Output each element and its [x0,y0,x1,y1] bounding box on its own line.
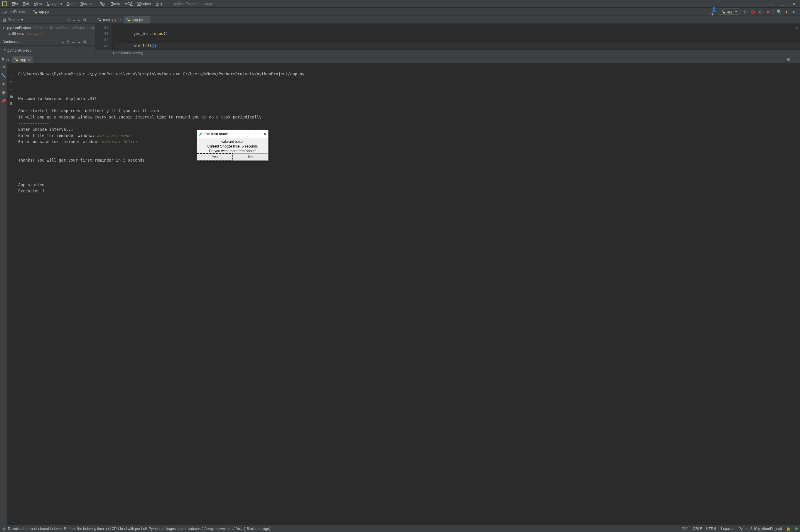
layout-icon[interactable]: ▦ [2,90,5,95]
pin-icon[interactable]: 📌 [1,99,6,103]
status-message[interactable]: Download pre-built shared indexes: Reduc… [8,527,270,531]
maximize-icon[interactable]: ▢ [777,0,788,7]
dialog-body: valorant better Current Snooze time=5 se… [197,138,268,153]
code-with-me-icon[interactable]: ▸ [792,10,797,14]
tree-venv-tag: library root [27,32,43,36]
yes-button[interactable]: Yes [197,153,233,160]
code-content[interactable]: yes_btn.focus() win.lift() win.attribute… [112,24,800,50]
search-icon[interactable]: 🔍 [777,10,781,14]
menu-file[interactable]: File [10,1,20,6]
scroll-end-icon[interactable]: ⤓ [10,87,13,91]
bookmarks-list: ≡ pythonProject [0,46,95,55]
coverage-icon[interactable]: ◐ [758,10,763,14]
chevron-down-icon[interactable]: ▾ [21,18,23,22]
tree-venv[interactable]: venv library root [2,31,95,37]
no-button[interactable]: No [233,153,268,160]
down-arrow-icon[interactable]: ↓ [10,72,12,77]
gutter: 40 41 42 43 [95,24,112,50]
menu-navigate[interactable]: Navigate [44,1,64,6]
code-token: ) [154,44,156,48]
menu-help[interactable]: Help [153,1,166,6]
user-add-icon[interactable]: 👤▾ [711,10,716,14]
up-arrow-icon[interactable]: ↑ [10,65,12,69]
menu-code[interactable]: Code [64,1,78,6]
close-icon[interactable]: × [119,18,122,22]
status-caret-pos[interactable]: 22:1 [682,527,689,531]
status-interpreter[interactable]: Python 3.10 (pythonProject) [738,527,782,531]
rerun-icon[interactable]: ↻ [2,65,5,69]
hide-icon[interactable]: — [89,40,93,44]
menu-run[interactable]: Run [97,1,109,6]
menu-edit[interactable]: Edit [20,1,32,6]
gear-icon[interactable]: ⚙ [83,40,87,44]
run-config-selector[interactable]: app ▾ [719,8,740,15]
console-line: C:\Users\NNews\PycharmProjects\pythonPro… [18,72,304,76]
soft-wrap-icon[interactable]: ↩ [10,79,13,84]
bookmarks-panel-header: Bookmarks ≡ ✎ ≣ ≣ ⚙ — [0,38,95,46]
hide-icon[interactable]: — [89,18,93,22]
menu-window[interactable]: Window [135,1,153,6]
wrench-icon[interactable]: 🔧 [1,73,6,78]
rerun-icon[interactable]: ↻ [743,10,747,14]
lock-icon[interactable]: 🔒 [786,527,790,531]
stop-icon[interactable]: ■ [766,10,770,14]
python-file-icon [14,58,18,61]
chevron-right-icon[interactable] [10,32,11,36]
status-indent[interactable]: 4 spaces [720,527,734,531]
debug-icon[interactable]: 🐞 [750,10,755,14]
dialog-message: valorant better [198,139,267,144]
console-output[interactable]: C:\Users\NNews\PycharmProjects\pythonPro… [15,63,800,525]
breadcrumb-file[interactable]: app.py [33,10,49,14]
list-icon[interactable]: ≡ [62,40,64,44]
breadcrumb-project[interactable]: pythonProject [2,10,26,14]
console-line: Execution 1 [18,189,44,193]
project-panel-header: ▤ Project ▾ ⊕ ≡ ≣ ⚙ — [0,16,95,24]
editor-area: main.py × app.py × ✔ 40 41 42 43 yes_btn… [95,16,800,56]
project-panel-title[interactable]: Project [7,18,19,22]
tab-app-py[interactable]: app.py × [124,16,151,23]
tree-root[interactable]: pythonProject C:\Users\NNews\PycharmProj… [2,25,95,31]
status-ok-icon[interactable] [795,527,798,530]
bookmarks-panel-title[interactable]: Bookmarks [2,40,21,44]
expand-all-icon[interactable]: ≡ [73,18,75,22]
project-tree[interactable]: pythonProject C:\Users\NNews\PycharmProj… [0,24,95,38]
gear-icon[interactable]: ⚙ [83,18,87,22]
collapse-all-icon[interactable]: ≣ [77,18,81,22]
chevron-down-icon[interactable] [3,26,5,30]
menu-view[interactable]: View [32,1,44,6]
ide-updates-icon[interactable]: ● [784,10,789,14]
edit-icon[interactable]: ✎ [66,40,70,44]
gear-icon[interactable]: ⚙ [787,57,790,62]
expand-all-icon[interactable]: ≣ [72,40,75,44]
line-number: 42 [95,37,109,43]
bookmark-item[interactable]: ≡ pythonProject [0,47,95,53]
minimize-icon[interactable]: — [765,0,777,7]
close-icon[interactable]: ✕ [263,132,266,136]
tk-feather-icon [199,132,203,136]
editor-breadcrumb[interactable]: ReminderWindow() [95,50,800,56]
status-encoding[interactable]: UTF-8 [706,527,716,531]
menu-tools[interactable]: Tools [109,1,123,6]
close-icon[interactable]: ✕ [788,0,800,7]
menu-vcs[interactable]: VCS [123,1,135,6]
target-icon[interactable]: ⊕ [67,18,71,22]
hide-icon[interactable]: — [793,57,797,62]
status-line-sep[interactable]: CRLF [693,527,702,531]
collapse-all-icon[interactable]: ≣ [77,40,81,44]
close-icon[interactable]: × [28,57,30,62]
stop-icon[interactable]: ■ [2,82,5,86]
minimize-icon[interactable]: — [246,132,250,136]
line-number: 40 [95,24,109,31]
dialog-titlebar[interactable]: aim train mane — □ ✕ [197,130,268,138]
maximize-icon[interactable]: □ [256,132,258,136]
tool-windows-icon[interactable]: ▧ [2,527,5,531]
tab-main-py[interactable]: main.py × [95,16,124,23]
menu-refactor[interactable]: Refactor [78,1,97,6]
run-header: Run: app × ⚙ — [0,56,800,63]
run-tab[interactable]: app × [12,56,32,63]
print-icon[interactable]: 🖶 [9,94,13,98]
code-token: () [163,31,168,36]
code-editor[interactable]: ✔ 40 41 42 43 yes_btn.focus() win.lift()… [95,24,800,50]
trash-icon[interactable]: 🗑 [9,101,13,106]
close-icon[interactable]: × [146,18,148,22]
